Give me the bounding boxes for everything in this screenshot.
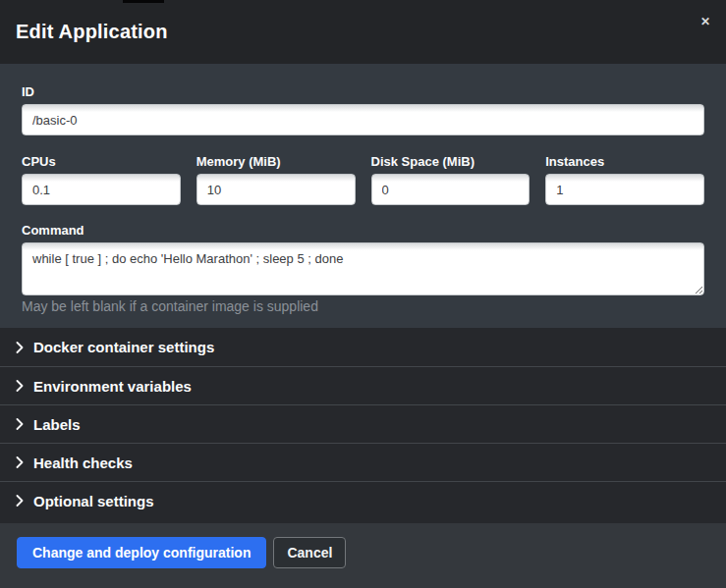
chevron-right-icon [16, 380, 24, 392]
disk-space-field-label: Disk Space (MiB) [371, 154, 531, 169]
cpus-field-group: CPUs [22, 154, 181, 205]
modal-title: Edit Application [16, 21, 168, 43]
section-label: Environment variables [33, 378, 192, 395]
resource-fields-row: CPUs Memory (MiB) Disk Space (MiB) Insta… [22, 154, 704, 205]
instances-input[interactable] [545, 174, 704, 205]
top-edge-artifact [123, 0, 164, 3]
close-icon[interactable]: ✕ [698, 14, 712, 29]
section-docker-container-settings[interactable]: Docker container settings [0, 328, 726, 366]
memory-input[interactable] [196, 174, 356, 205]
section-label: Health checks [33, 454, 133, 471]
memory-field-label: Memory (MiB) [196, 154, 356, 169]
section-label: Optional settings [33, 493, 154, 509]
id-field-group: ID [22, 84, 704, 135]
edit-application-modal: Edit Application ✕ ID CPUs Memory (MiB) … [0, 0, 726, 588]
chevron-right-icon [16, 342, 24, 353]
chevron-right-icon [16, 456, 24, 468]
cpus-field-label: CPUs [22, 154, 181, 169]
modal-header: Edit Application ✕ [0, 0, 726, 64]
section-label: Labels [33, 416, 81, 433]
id-field-label: ID [22, 84, 704, 99]
cancel-button[interactable]: Cancel [273, 537, 346, 568]
chevron-right-icon [16, 418, 24, 430]
change-and-deploy-button[interactable]: Change and deploy configuration [17, 537, 266, 568]
memory-field-group: Memory (MiB) [196, 154, 356, 205]
instances-field-group: Instances [545, 154, 704, 205]
disk-space-field-group: Disk Space (MiB) [371, 154, 531, 205]
section-label: Docker container settings [33, 339, 214, 355]
id-input[interactable] [22, 104, 704, 135]
application-form: ID CPUs Memory (MiB) Disk Space (MiB) In… [0, 64, 726, 328]
command-field-group: Command while [ true ] ; do echo 'Hello … [22, 223, 704, 315]
modal-footer: Change and deploy configuration Cancel [0, 523, 726, 588]
section-health-checks[interactable]: Health checks [0, 443, 726, 481]
collapsible-sections: Docker container settings Environment va… [0, 328, 726, 523]
chevron-right-icon [16, 495, 24, 507]
command-help-text: May be left blank if a container image i… [22, 298, 704, 315]
section-environment-variables[interactable]: Environment variables [0, 366, 726, 404]
section-labels[interactable]: Labels [0, 404, 726, 443]
command-textarea[interactable]: while [ true ] ; do echo 'Hello Marathon… [22, 242, 704, 295]
disk-space-input[interactable] [371, 174, 531, 205]
instances-field-label: Instances [545, 154, 704, 169]
cpus-input[interactable] [22, 174, 181, 205]
section-optional-settings[interactable]: Optional settings [0, 481, 726, 519]
command-field-label: Command [22, 223, 704, 238]
